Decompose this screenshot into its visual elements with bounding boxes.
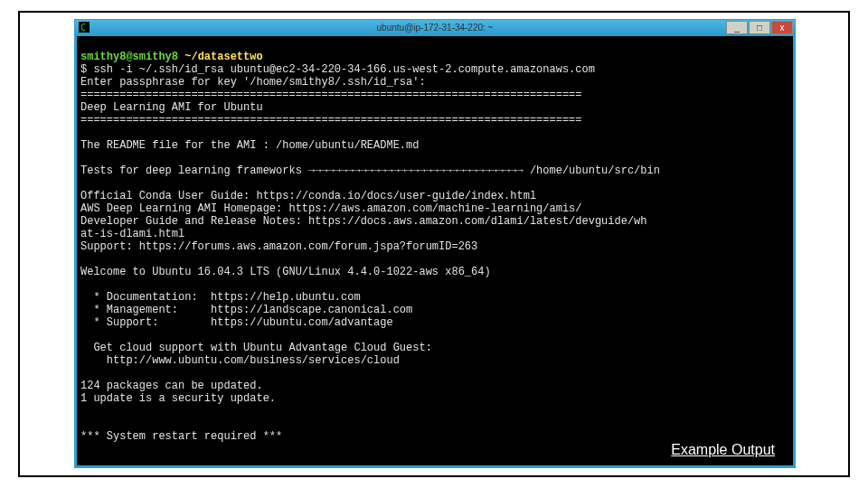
line: 1 update is a security update. <box>80 392 276 405</box>
terminal-body[interactable]: smithy8@smithy8 ~/datasettwo $ ssh -i ~/… <box>77 36 793 465</box>
line: The README file for the AMI : /home/ubun… <box>80 139 419 152</box>
line: * Management: https://landscape.canonica… <box>80 304 412 316</box>
line: *** System restart required *** <box>80 430 282 443</box>
line: http://www.ubuntu.com/business/services/… <box>80 354 400 367</box>
line: * Support: https://ubuntu.com/advantage <box>80 316 393 329</box>
close-button[interactable]: x <box>771 21 793 34</box>
titlebar[interactable]: C ubuntu@ip-172-31-34-220: ~ _ □ x <box>75 20 795 36</box>
prompt-user: smithy8@smithy8 <box>80 51 178 63</box>
maximize-button[interactable]: □ <box>749 21 770 34</box>
line: Enter passphrase for key '/home/smithy8/… <box>80 76 426 89</box>
line: ========================================… <box>80 114 582 127</box>
line: Developer Guide and Release Notes: https… <box>80 215 647 228</box>
line: $ ssh -i ~/.ssh/id_rsa ubuntu@ec2-34-220… <box>80 63 595 76</box>
line: Support: https://forums.aws.amazon.com/f… <box>80 240 477 253</box>
slide-frame: C ubuntu@ip-172-31-34-220: ~ _ □ x smith… <box>18 11 850 477</box>
line: AWS Deep Learning AMI Homepage: https://… <box>80 202 582 215</box>
line: at-is-dlami.html <box>80 228 184 240</box>
line: ========================================… <box>80 89 582 101</box>
line: * Documentation: https://help.ubuntu.com <box>80 291 361 304</box>
line: Get cloud support with Ubuntu Advantage … <box>80 342 432 354</box>
window-title: ubuntu@ip-172-31-34-220: ~ <box>75 20 795 36</box>
line: Welcome to Ubuntu 16.04.3 LTS (GNU/Linux… <box>80 266 491 278</box>
minimize-button[interactable]: _ <box>726 21 748 34</box>
line: 124 packages can be updated. <box>80 380 263 392</box>
line: Tests for deep learning frameworks →→→→→… <box>80 164 660 177</box>
caption: Example Output <box>671 442 775 458</box>
prompt-path: ~/datasettwo <box>184 51 262 63</box>
line: Official Conda User Guide: https://conda… <box>80 190 536 202</box>
line: Deep Learning AMI for Ubuntu <box>80 101 263 114</box>
terminal-window: C ubuntu@ip-172-31-34-220: ~ _ □ x smith… <box>74 19 796 468</box>
